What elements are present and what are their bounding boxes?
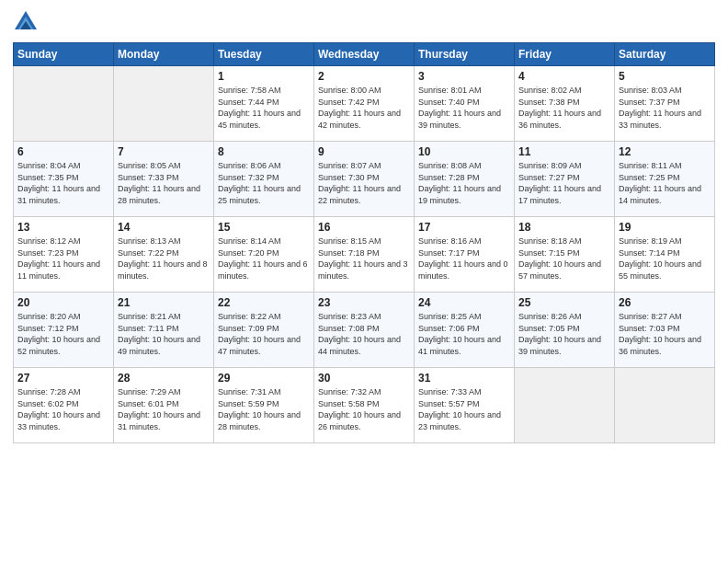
day-number: 10 <box>418 145 510 158</box>
day-info: Sunrise: 8:11 AMSunset: 7:25 PMDaylight:… <box>619 160 711 206</box>
calendar-day-cell: 31Sunrise: 7:33 AMSunset: 5:57 PMDayligh… <box>415 368 515 443</box>
day-number: 26 <box>619 296 711 309</box>
day-info: Sunrise: 8:15 AMSunset: 7:18 PMDaylight:… <box>318 236 410 282</box>
calendar-day-cell: 18Sunrise: 8:18 AMSunset: 7:15 PMDayligh… <box>515 217 615 293</box>
day-number: 30 <box>318 372 410 385</box>
day-info: Sunrise: 8:27 AMSunset: 7:03 PMDaylight:… <box>619 311 711 357</box>
day-number: 15 <box>218 221 310 234</box>
weekday-header: Sunday <box>14 43 114 66</box>
day-info: Sunrise: 8:06 AMSunset: 7:32 PMDaylight:… <box>218 160 310 206</box>
calendar-day-cell: 30Sunrise: 7:32 AMSunset: 5:58 PMDayligh… <box>314 368 415 443</box>
weekday-header: Tuesday <box>214 43 314 66</box>
calendar-day-cell: 28Sunrise: 7:29 AMSunset: 6:01 PMDayligh… <box>114 368 214 443</box>
calendar-day-cell <box>615 368 715 443</box>
calendar-day-cell: 7Sunrise: 8:05 AMSunset: 7:33 PMDaylight… <box>114 142 214 217</box>
day-number: 23 <box>318 296 410 309</box>
page: SundayMondayTuesdayWednesdayThursdayFrid… <box>0 0 728 563</box>
calendar-week-row: 1Sunrise: 7:58 AMSunset: 7:44 PMDaylight… <box>14 66 715 142</box>
day-info: Sunrise: 7:28 AMSunset: 6:02 PMDaylight:… <box>17 386 109 432</box>
day-number: 18 <box>518 221 610 234</box>
calendar-day-cell: 29Sunrise: 7:31 AMSunset: 5:59 PMDayligh… <box>214 368 314 443</box>
calendar-day-cell: 15Sunrise: 8:14 AMSunset: 7:20 PMDayligh… <box>214 217 314 293</box>
day-info: Sunrise: 8:25 AMSunset: 7:06 PMDaylight:… <box>418 311 510 357</box>
calendar-header-row: SundayMondayTuesdayWednesdayThursdayFrid… <box>14 43 715 66</box>
day-info: Sunrise: 8:03 AMSunset: 7:37 PMDaylight:… <box>619 85 711 131</box>
day-number: 8 <box>218 145 310 158</box>
calendar-day-cell <box>14 66 114 142</box>
weekday-header: Wednesday <box>314 43 415 66</box>
day-info: Sunrise: 8:05 AMSunset: 7:33 PMDaylight:… <box>118 160 210 206</box>
day-number: 28 <box>118 372 210 385</box>
day-number: 7 <box>118 145 210 158</box>
weekday-header: Friday <box>515 43 615 66</box>
day-number: 6 <box>17 145 109 158</box>
day-number: 14 <box>118 221 210 234</box>
day-info: Sunrise: 8:13 AMSunset: 7:22 PMDaylight:… <box>118 236 210 282</box>
calendar-day-cell: 2Sunrise: 8:00 AMSunset: 7:42 PMDaylight… <box>314 66 415 142</box>
day-info: Sunrise: 7:29 AMSunset: 6:01 PMDaylight:… <box>118 386 210 432</box>
calendar-day-cell: 9Sunrise: 8:07 AMSunset: 7:30 PMDaylight… <box>314 142 415 217</box>
day-number: 3 <box>418 70 510 83</box>
day-info: Sunrise: 8:23 AMSunset: 7:08 PMDaylight:… <box>318 311 410 357</box>
day-info: Sunrise: 7:33 AMSunset: 5:57 PMDaylight:… <box>418 386 510 432</box>
logo-icon <box>13 9 39 35</box>
day-info: Sunrise: 8:14 AMSunset: 7:20 PMDaylight:… <box>218 236 310 282</box>
day-number: 12 <box>619 145 711 158</box>
calendar-day-cell: 1Sunrise: 7:58 AMSunset: 7:44 PMDaylight… <box>214 66 314 142</box>
calendar-day-cell: 3Sunrise: 8:01 AMSunset: 7:40 PMDaylight… <box>415 66 515 142</box>
calendar-day-cell: 8Sunrise: 8:06 AMSunset: 7:32 PMDaylight… <box>214 142 314 217</box>
weekday-header: Saturday <box>615 43 715 66</box>
calendar-day-cell: 27Sunrise: 7:28 AMSunset: 6:02 PMDayligh… <box>14 368 114 443</box>
day-info: Sunrise: 8:09 AMSunset: 7:27 PMDaylight:… <box>518 160 610 206</box>
header <box>13 9 715 35</box>
day-info: Sunrise: 8:26 AMSunset: 7:05 PMDaylight:… <box>518 311 610 357</box>
calendar-day-cell: 12Sunrise: 8:11 AMSunset: 7:25 PMDayligh… <box>615 142 715 217</box>
day-info: Sunrise: 8:01 AMSunset: 7:40 PMDaylight:… <box>418 85 510 131</box>
calendar-day-cell <box>515 368 615 443</box>
calendar-week-row: 20Sunrise: 8:20 AMSunset: 7:12 PMDayligh… <box>14 293 715 368</box>
day-number: 22 <box>218 296 310 309</box>
day-number: 25 <box>518 296 610 309</box>
day-info: Sunrise: 8:02 AMSunset: 7:38 PMDaylight:… <box>518 85 610 131</box>
day-info: Sunrise: 8:20 AMSunset: 7:12 PMDaylight:… <box>17 311 109 357</box>
day-number: 9 <box>318 145 410 158</box>
calendar-week-row: 13Sunrise: 8:12 AMSunset: 7:23 PMDayligh… <box>14 217 715 293</box>
calendar-day-cell: 21Sunrise: 8:21 AMSunset: 7:11 PMDayligh… <box>114 293 214 368</box>
day-info: Sunrise: 8:07 AMSunset: 7:30 PMDaylight:… <box>318 160 410 206</box>
day-info: Sunrise: 8:12 AMSunset: 7:23 PMDaylight:… <box>17 236 109 282</box>
day-number: 31 <box>418 372 510 385</box>
calendar-day-cell: 16Sunrise: 8:15 AMSunset: 7:18 PMDayligh… <box>314 217 415 293</box>
calendar-week-row: 27Sunrise: 7:28 AMSunset: 6:02 PMDayligh… <box>14 368 715 443</box>
day-number: 19 <box>619 221 711 234</box>
calendar-day-cell: 13Sunrise: 8:12 AMSunset: 7:23 PMDayligh… <box>14 217 114 293</box>
day-number: 21 <box>118 296 210 309</box>
day-info: Sunrise: 8:18 AMSunset: 7:15 PMDaylight:… <box>518 236 610 282</box>
weekday-header: Thursday <box>415 43 515 66</box>
day-info: Sunrise: 7:58 AMSunset: 7:44 PMDaylight:… <box>218 85 310 131</box>
day-info: Sunrise: 8:16 AMSunset: 7:17 PMDaylight:… <box>418 236 510 282</box>
day-info: Sunrise: 8:04 AMSunset: 7:35 PMDaylight:… <box>17 160 109 206</box>
weekday-header: Monday <box>114 43 214 66</box>
day-info: Sunrise: 8:22 AMSunset: 7:09 PMDaylight:… <box>218 311 310 357</box>
day-number: 24 <box>418 296 510 309</box>
calendar-day-cell: 17Sunrise: 8:16 AMSunset: 7:17 PMDayligh… <box>415 217 515 293</box>
calendar-day-cell: 4Sunrise: 8:02 AMSunset: 7:38 PMDaylight… <box>515 66 615 142</box>
day-info: Sunrise: 7:31 AMSunset: 5:59 PMDaylight:… <box>218 386 310 432</box>
calendar-day-cell: 20Sunrise: 8:20 AMSunset: 7:12 PMDayligh… <box>14 293 114 368</box>
calendar-day-cell: 10Sunrise: 8:08 AMSunset: 7:28 PMDayligh… <box>415 142 515 217</box>
day-number: 16 <box>318 221 410 234</box>
day-number: 20 <box>17 296 109 309</box>
day-number: 1 <box>218 70 310 83</box>
day-number: 29 <box>218 372 310 385</box>
day-number: 13 <box>17 221 109 234</box>
calendar-day-cell: 11Sunrise: 8:09 AMSunset: 7:27 PMDayligh… <box>515 142 615 217</box>
day-info: Sunrise: 7:32 AMSunset: 5:58 PMDaylight:… <box>318 386 410 432</box>
day-info: Sunrise: 8:00 AMSunset: 7:42 PMDaylight:… <box>318 85 410 131</box>
calendar-day-cell: 22Sunrise: 8:22 AMSunset: 7:09 PMDayligh… <box>214 293 314 368</box>
calendar-day-cell: 26Sunrise: 8:27 AMSunset: 7:03 PMDayligh… <box>615 293 715 368</box>
calendar-day-cell <box>114 66 214 142</box>
calendar-day-cell: 19Sunrise: 8:19 AMSunset: 7:14 PMDayligh… <box>615 217 715 293</box>
calendar-week-row: 6Sunrise: 8:04 AMSunset: 7:35 PMDaylight… <box>14 142 715 217</box>
day-number: 11 <box>518 145 610 158</box>
day-number: 27 <box>17 372 109 385</box>
